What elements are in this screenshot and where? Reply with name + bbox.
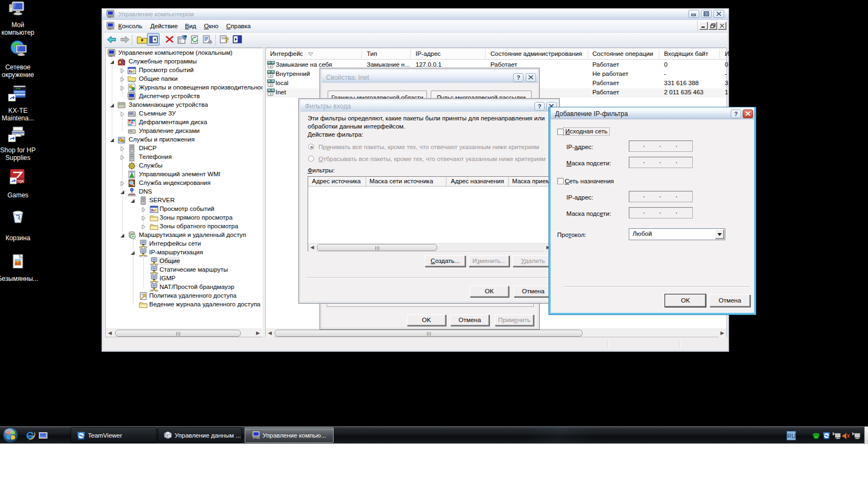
svg-text:?: ?: [225, 36, 229, 44]
